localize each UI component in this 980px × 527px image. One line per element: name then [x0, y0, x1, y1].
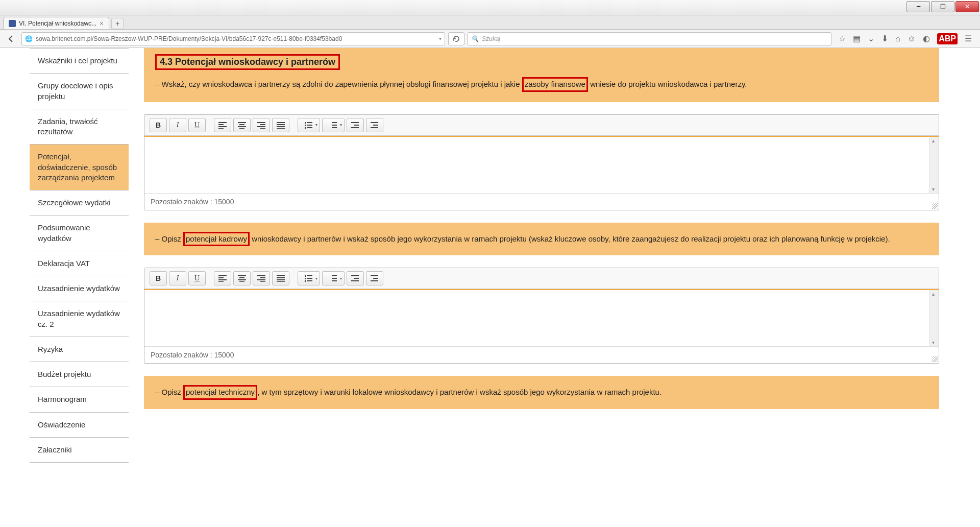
sidebar-item-label: Budżet projektu: [38, 370, 91, 378]
counter-text: Pozostało znaków : 15000: [151, 351, 234, 359]
sidebar-item-zadania[interactable]: Zadania, trwałość rezultatów: [30, 109, 129, 145]
sidebar-item-uzasadnienie2[interactable]: Uzasadnienie wydatków cz. 2: [30, 301, 129, 337]
window-close-button[interactable]: ✕: [955, 1, 979, 12]
sidebar-item-label: Grupy docelowe i opis projektu: [38, 81, 113, 100]
sidebar-item-label: Podsumowanie wydatków: [38, 223, 90, 242]
sidebar-item-label: Harmonogram: [38, 395, 87, 403]
counter-text: Pozostało znaków : 15000: [151, 198, 234, 206]
italic-button[interactable]: I: [169, 271, 186, 285]
sidebar-item-label: Zadania, trwałość rezultatów: [38, 117, 98, 136]
window-maximize-button[interactable]: ❐: [931, 1, 954, 12]
search-placeholder: Szukaj: [482, 35, 500, 42]
sidebar-item-harmonogram[interactable]: Harmonogram: [30, 387, 129, 412]
browser-tab[interactable]: VI. Potencjał wnioskodawc... ×: [3, 17, 109, 29]
align-left-button[interactable]: [214, 118, 231, 132]
sidebar-item-label: Ryzyka: [38, 345, 63, 353]
align-right-button[interactable]: [253, 118, 270, 132]
scrollbar[interactable]: [929, 290, 939, 346]
desc-text: – Opisz: [155, 388, 183, 396]
desc-text: – Opisz: [155, 234, 183, 243]
highlight-zasoby: zasoby finansowe: [522, 77, 588, 92]
char-counter-2: Pozostało znaków : 15000: [144, 346, 939, 363]
desc-text: wnioskodawcy i partnerów i wskaż sposób …: [250, 234, 890, 243]
svg-rect-16: [305, 122, 306, 124]
bold-button[interactable]: B: [150, 118, 167, 132]
sidebar-item-label: Potencjał, doświadczenie, sposób zarządz…: [38, 152, 117, 182]
underline-button[interactable]: U: [188, 271, 206, 285]
sidebar-item-oswiadczenie[interactable]: Oświadczenie: [30, 413, 129, 438]
new-tab-button[interactable]: +: [111, 18, 124, 29]
outdent-button[interactable]: [347, 118, 364, 132]
sidebar-item-vat[interactable]: Deklaracja VAT: [30, 251, 129, 276]
resize-grip[interactable]: [932, 356, 938, 362]
tab-close-button[interactable]: ×: [100, 20, 104, 27]
favicon-icon: [9, 20, 16, 27]
sidebar-item-wskazniki[interactable]: Wskaźniki i cel projektu: [30, 48, 129, 74]
browser-tab-strip: VI. Potencjał wnioskodawc... × +: [0, 15, 980, 30]
number-list-button[interactable]: [322, 271, 345, 285]
main-content: 4.3 Potencjał wnioskodawcy i partnerów –…: [129, 48, 980, 527]
sidebar-item-wydatki[interactable]: Szczegółowe wydatki: [30, 190, 129, 215]
sidebar-item-label: Deklaracja VAT: [38, 259, 90, 268]
browser-toolbar-icons: ☆ ▤ ⌄ ⬇ ⌂ ☺ ◐ ABP ☰: [835, 33, 976, 44]
svg-rect-18: [305, 127, 306, 129]
url-text: sowa.britenet.com.pl/Sowa-Rzeszow-WUP-PR…: [36, 35, 436, 42]
home-icon[interactable]: ⌂: [895, 34, 900, 43]
svg-rect-17: [305, 125, 306, 126]
url-dropdown-icon[interactable]: ▾: [439, 36, 442, 41]
italic-button[interactable]: I: [169, 118, 186, 132]
download-icon[interactable]: ⬇: [881, 34, 888, 43]
browser-nav-bar: 🌐 sowa.britenet.com.pl/Sowa-Rzeszow-WUP-…: [0, 30, 980, 48]
bold-button[interactable]: B: [150, 271, 167, 285]
svg-rect-47: [305, 275, 306, 277]
indent-button[interactable]: [366, 271, 383, 285]
bullet-list-button[interactable]: [298, 118, 320, 132]
indent-button[interactable]: [366, 118, 383, 132]
pocket-icon[interactable]: ⌄: [868, 34, 874, 43]
highlight-techniczny: potencjał techniczny: [183, 385, 257, 400]
align-left-button[interactable]: [214, 271, 231, 285]
url-bar[interactable]: 🌐 sowa.britenet.com.pl/Sowa-Rzeszow-WUP-…: [21, 32, 445, 45]
menu-icon[interactable]: ☰: [965, 34, 972, 43]
notify-icon[interactable]: ◐: [923, 34, 930, 43]
sidebar-item-uzasadnienie[interactable]: Uzasadnienie wydatków: [30, 276, 129, 301]
section-description-2: – Opisz potencjał kadrowy wnioskodawcy i…: [144, 223, 939, 256]
scrollbar[interactable]: [929, 137, 939, 193]
align-right-button[interactable]: [253, 271, 270, 285]
rich-text-input-2[interactable]: [144, 289, 939, 346]
align-center-button[interactable]: [233, 118, 251, 132]
abp-icon[interactable]: ABP: [937, 33, 958, 44]
bullet-list-button[interactable]: [298, 271, 320, 285]
align-justify-button[interactable]: [272, 271, 289, 285]
sidebar-item-zalaczniki[interactable]: Załaczniki: [30, 438, 129, 463]
reload-button[interactable]: [448, 32, 464, 45]
tab-title: VI. Potencjał wnioskodawc...: [19, 20, 96, 27]
sidebar-item-potencjal[interactable]: Potencjał, doświadczenie, sposób zarządz…: [30, 145, 129, 190]
outdent-button[interactable]: [347, 271, 364, 285]
svg-rect-49: [305, 280, 306, 282]
highlight-kadrowy: potencjał kadrowy: [183, 232, 250, 247]
sidebar-item-podsumowanie[interactable]: Podsumowanie wydatków: [30, 215, 129, 251]
number-list-button[interactable]: [322, 118, 345, 132]
align-center-button[interactable]: [233, 271, 251, 285]
editor-block-2: B I U Pozostało znaków : 15000: [144, 268, 939, 364]
desc-text: , w tym sprzętowy i warunki lokalowe wni…: [257, 388, 662, 396]
sidebar-item-budzet[interactable]: Budżet projektu: [30, 362, 129, 387]
back-button[interactable]: [4, 32, 18, 46]
sidebar-item-label: Załaczniki: [38, 445, 72, 454]
sidebar-item-ryzyka[interactable]: Ryzyka: [30, 337, 129, 362]
reader-icon[interactable]: ▤: [853, 34, 861, 43]
section-description-1: – Wskaż, czy wnioskodawca i partnerzy są…: [155, 77, 928, 92]
align-justify-button[interactable]: [272, 118, 289, 132]
sidebar-item-grupy[interactable]: Grupy docelowe i opis projektu: [30, 74, 129, 109]
chat-icon[interactable]: ☺: [908, 34, 916, 43]
window-minimize-button[interactable]: ━: [906, 1, 930, 12]
underline-button[interactable]: U: [188, 118, 206, 132]
rich-text-input-1[interactable]: [144, 136, 939, 193]
editor-toolbar: B I U: [144, 115, 939, 136]
sidebar-item-label: Oświadczenie: [38, 420, 85, 429]
bookmark-icon[interactable]: ☆: [839, 34, 846, 43]
search-box[interactable]: 🔍 Szukaj: [468, 32, 831, 45]
resize-grip[interactable]: [932, 203, 938, 209]
sidebar-item-label: Uzasadnienie wydatków: [38, 284, 120, 293]
